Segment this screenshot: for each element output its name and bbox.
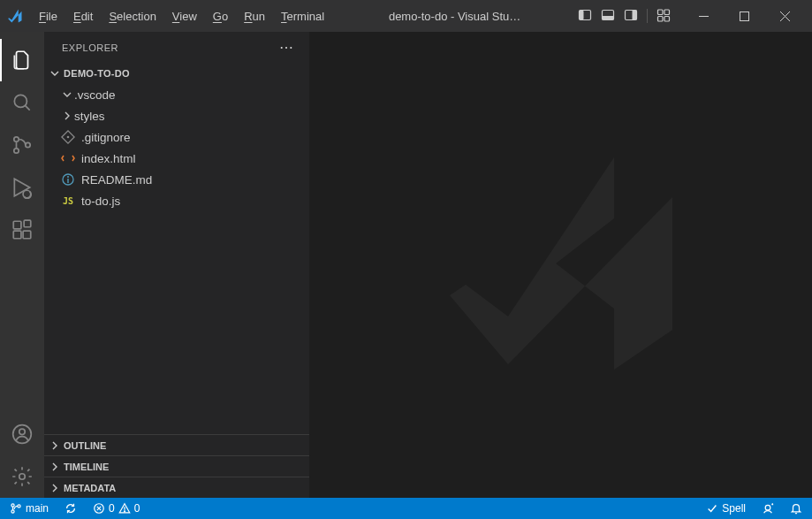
svg-rect-17	[13, 231, 21, 239]
svg-rect-27	[67, 179, 68, 183]
menu-go[interactable]: Go	[206, 6, 235, 27]
panel-outline[interactable]: OUTLINE	[44, 434, 309, 455]
menu-file[interactable]: File	[32, 6, 65, 27]
svg-rect-19	[24, 220, 31, 227]
panel-timeline[interactable]: TIMELINE	[44, 455, 309, 477]
file-gitignore[interactable]: .gitignore	[44, 126, 309, 148]
vscode-watermark-icon	[429, 131, 694, 400]
activity-bar	[0, 32, 44, 498]
file-tree: .vscode styles .gitignore index.html	[44, 84, 309, 434]
maximize-button[interactable]	[724, 0, 764, 32]
gitignore-icon	[60, 129, 76, 145]
status-problems[interactable]: 0 0	[90, 498, 142, 519]
activity-run-debug[interactable]	[0, 166, 44, 209]
svg-point-21	[19, 429, 26, 435]
warning-count: 0	[134, 502, 140, 515]
menu-edit[interactable]: Edit	[66, 6, 100, 27]
bell-icon	[790, 502, 802, 515]
check-icon	[706, 502, 718, 515]
status-spell[interactable]: Spell	[703, 498, 748, 519]
main-row: EXPLORER ⋯ DEMO-TO-DO .vscode styles	[0, 32, 812, 498]
folder-label: styles	[74, 110, 105, 123]
layout-divider	[647, 9, 648, 23]
svg-point-29	[11, 510, 14, 513]
file-todo-js[interactable]: JS to-do.js	[44, 190, 309, 211]
status-bar: main 0 0 Spell	[0, 498, 812, 519]
status-sync[interactable]	[62, 498, 80, 519]
svg-rect-10	[740, 11, 748, 20]
svg-point-12	[14, 137, 19, 141]
menu-view[interactable]: View	[165, 6, 204, 27]
tree-root-header[interactable]: DEMO-TO-DO	[44, 63, 309, 84]
panel-label: METADATA	[64, 483, 116, 493]
file-readme[interactable]: README.md	[44, 169, 309, 190]
minimize-button[interactable]	[683, 0, 724, 32]
customize-layout-icon[interactable]	[656, 8, 671, 25]
more-actions-icon[interactable]: ⋯	[279, 39, 295, 56]
chevron-right-icon	[60, 109, 74, 123]
menu-selection[interactable]: Selection	[102, 6, 163, 27]
svg-point-11	[14, 95, 27, 107]
window-controls	[683, 0, 805, 32]
folder-label: .vscode	[74, 88, 116, 102]
file-index-html[interactable]: index.html	[44, 148, 309, 169]
activity-extensions[interactable]	[0, 209, 44, 251]
activity-explorer[interactable]	[0, 39, 44, 81]
js-icon: JS	[60, 193, 76, 209]
toggle-panel-icon[interactable]	[601, 8, 615, 25]
file-label: README.md	[81, 173, 152, 187]
html-icon	[60, 150, 76, 166]
svg-rect-18	[23, 231, 31, 239]
svg-rect-1	[580, 10, 584, 19]
spell-label: Spell	[722, 502, 746, 515]
svg-point-28	[11, 504, 14, 507]
sidebar: EXPLORER ⋯ DEMO-TO-DO .vscode styles	[44, 32, 309, 498]
status-right: Spell	[703, 498, 805, 519]
activity-accounts[interactable]	[0, 413, 44, 455]
status-notifications[interactable]	[787, 498, 805, 519]
file-label: .gitignore	[81, 131, 131, 144]
vscode-logo-icon	[7, 8, 23, 24]
panel-metadata[interactable]: METADATA	[44, 477, 309, 498]
toggle-primary-sidebar-icon[interactable]	[578, 8, 592, 25]
status-left: main 0 0	[7, 498, 142, 519]
menu-terminal[interactable]: Terminal	[274, 6, 331, 27]
close-button[interactable]	[764, 0, 805, 32]
svg-point-13	[14, 149, 19, 153]
svg-rect-6	[658, 10, 664, 15]
chevron-right-icon	[48, 460, 62, 474]
svg-point-30	[18, 505, 20, 508]
activity-search[interactable]	[0, 81, 44, 124]
menu-run[interactable]: Run	[237, 6, 272, 27]
activity-settings[interactable]	[0, 455, 44, 498]
svg-rect-16	[13, 221, 21, 229]
status-branch[interactable]: main	[7, 498, 51, 519]
editor-area	[309, 32, 812, 498]
file-label: index.html	[81, 152, 136, 165]
file-label: to-do.js	[81, 195, 120, 208]
folder-styles[interactable]: styles	[44, 105, 309, 126]
svg-point-22	[19, 474, 26, 480]
feedback-icon	[762, 502, 774, 515]
error-icon	[93, 502, 105, 515]
status-feedback[interactable]	[759, 498, 777, 519]
window-title: demo-to-do - Visual Stu…	[331, 10, 578, 23]
sidebar-title: EXPLORER	[62, 42, 118, 53]
svg-rect-5	[633, 10, 637, 19]
svg-point-26	[67, 176, 69, 178]
svg-rect-7	[664, 10, 670, 15]
toggle-secondary-sidebar-icon[interactable]	[624, 8, 638, 25]
activity-source-control[interactable]	[0, 124, 44, 166]
svg-point-33	[765, 505, 770, 510]
chevron-right-icon	[48, 439, 62, 453]
folder-vscode[interactable]: .vscode	[44, 84, 309, 105]
panel-label: TIMELINE	[64, 462, 109, 472]
chevron-down-icon	[48, 66, 62, 80]
svg-rect-8	[658, 16, 664, 21]
svg-rect-3	[603, 16, 614, 20]
chevron-right-icon	[48, 481, 62, 495]
git-branch-icon	[10, 502, 22, 515]
error-count: 0	[109, 502, 115, 515]
tree-root-label: DEMO-TO-DO	[64, 68, 130, 79]
warning-icon	[118, 502, 131, 515]
